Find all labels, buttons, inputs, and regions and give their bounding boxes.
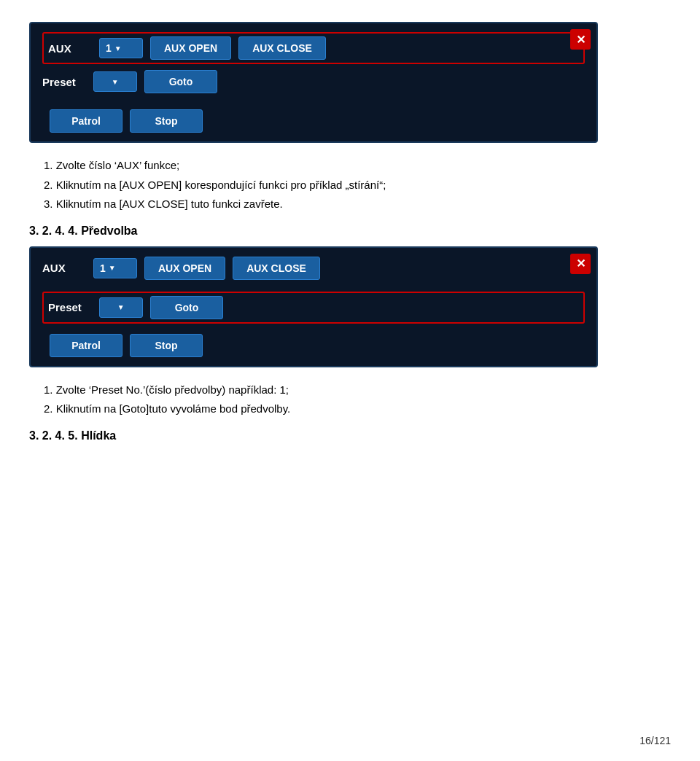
preset-label-1: Preset	[42, 76, 86, 88]
instruction-1-text-2: Kliknutím na [AUX OPEN] korespondující f…	[56, 179, 386, 191]
aux-dropdown-1[interactable]: 1 ▼	[99, 38, 143, 58]
instruction-1-item-2: 2. Kliknutím na [AUX OPEN] korespondujíc…	[44, 177, 671, 194]
goto-btn-2[interactable]: Goto	[150, 296, 223, 319]
instruction-1-item-1: 1. Zvolte číslo ‘AUX’ funkce;	[44, 157, 671, 174]
preset-row-highlight-2: Preset ▼ Goto	[42, 292, 585, 324]
aux-dropdown-arrow-1: ▼	[114, 44, 122, 52]
aux-row-2: AUX 1 ▼ AUX OPEN AUX CLOSE	[42, 257, 585, 280]
aux-value-2: 1	[100, 262, 106, 274]
instruction-1-num-3: 3.	[44, 198, 53, 210]
instruction-1-item-3: 3. Kliknutím na [AUX CLOSE] tuto funkci …	[44, 196, 671, 213]
preset-row-1: Preset ▼ Goto	[42, 70, 585, 93]
control-panel-1: AUX 1 ▼ AUX OPEN AUX CLOSE Preset ▼ Goto…	[29, 22, 598, 143]
instruction-1-num-1: 1.	[44, 159, 53, 171]
instruction-1-text-1: Zvolte číslo ‘AUX’ funkce;	[56, 159, 180, 171]
instruction-2-text-1: Zvolte ‘Preset No.’(číslo předvolby) nap…	[56, 383, 289, 396]
instruction-2-item-1: 1. Zvolte ‘Preset No.’(číslo předvolby) …	[44, 382, 671, 399]
page-footer: 16/121	[639, 735, 671, 746]
preset-value-2	[106, 302, 114, 313]
section-heading-2: 3. 2. 4. 4. Předvolba	[29, 225, 671, 238]
patrol-btn-1[interactable]: Patrol	[50, 109, 122, 133]
section-heading-3: 3. 2. 4. 5. Hlídka	[29, 429, 671, 442]
aux-close-btn-2[interactable]: AUX CLOSE	[233, 257, 320, 280]
aux-close-btn-1[interactable]: AUX CLOSE	[238, 36, 326, 60]
aux-value-1: 1	[106, 42, 112, 54]
aux-dropdown-2[interactable]: 1 ▼	[93, 258, 137, 278]
preset-dropdown-2[interactable]: ▼	[99, 297, 143, 318]
patrol-row-1: Patrol Stop	[42, 109, 585, 133]
aux-label-2: AUX	[42, 262, 86, 274]
instruction-2-item-2: 2. Kliknutím na [Goto]tuto vyvoláme bod …	[44, 401, 671, 418]
instruction-1-text-3: Kliknutím na [AUX CLOSE] tuto funkci zav…	[56, 198, 283, 210]
aux-open-btn-1[interactable]: AUX OPEN	[150, 36, 231, 60]
instructions-2: 1. Zvolte ‘Preset No.’(číslo předvolby) …	[44, 382, 671, 418]
preset-value-1	[100, 76, 109, 87]
control-panel-2: AUX 1 ▼ AUX OPEN AUX CLOSE Preset ▼ Goto…	[29, 246, 598, 367]
section-3-heading-text: 3. 2. 4. 5. Hlídka	[29, 429, 116, 442]
preset-dropdown-1[interactable]: ▼	[93, 71, 137, 92]
aux-label-1: AUX	[48, 42, 92, 55]
goto-btn-1[interactable]: Goto	[144, 70, 217, 93]
preset-dropdown-arrow-1: ▼	[112, 78, 119, 86]
section-2-heading-text: 3. 2. 4. 4. Předvolba	[29, 225, 138, 237]
aux-row-highlight-1: AUX 1 ▼ AUX OPEN AUX CLOSE	[42, 32, 585, 64]
instruction-2-num-1: 1.	[44, 383, 53, 396]
preset-label-2: Preset	[48, 301, 92, 313]
instruction-1-num-2: 2.	[44, 179, 53, 191]
page-number: 16/121	[639, 735, 671, 746]
instruction-2-num-2: 2.	[44, 402, 53, 415]
patrol-row-2: Patrol Stop	[42, 334, 585, 357]
patrol-btn-2[interactable]: Patrol	[50, 334, 122, 357]
instructions-1: 1. Zvolte číslo ‘AUX’ funkce; 2. Kliknut…	[44, 157, 671, 213]
close-btn-1[interactable]: ✕	[570, 29, 591, 50]
aux-dropdown-arrow-2: ▼	[109, 264, 116, 272]
aux-open-btn-2[interactable]: AUX OPEN	[144, 257, 225, 280]
instruction-2-text-2: Kliknutím na [Goto]tuto vyvoláme bod pře…	[56, 402, 291, 415]
stop-btn-2[interactable]: Stop	[130, 334, 203, 357]
stop-btn-1[interactable]: Stop	[130, 109, 203, 133]
close-btn-2[interactable]: ✕	[570, 254, 591, 274]
preset-dropdown-arrow-2: ▼	[117, 303, 125, 311]
